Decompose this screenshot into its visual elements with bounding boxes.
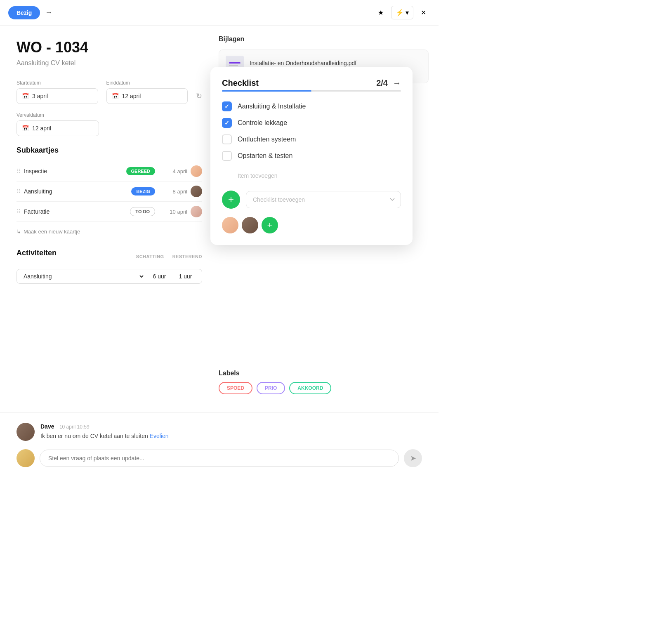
checklist-select[interactable]: Checklist toevoegen [246, 191, 401, 208]
checklist-item-label-1: Aansluiting & Installatie [238, 103, 306, 110]
star-button[interactable]: ★ [374, 6, 388, 19]
chevron-down-icon: ▾ [406, 9, 409, 16]
subcard-row-aansluiting: ⠿ Aansluiting BEZIG 8 april [17, 181, 202, 202]
badge-gereed: GEREED [126, 167, 155, 175]
checklist-overlay: Checklist 2/4 → Aansluiting & Installati… [210, 67, 413, 245]
drag-handle-icon[interactable]: ⠿ [17, 168, 21, 174]
left-panel: WO - 1034 Aansluiting CV ketel Startdatu… [0, 26, 219, 404]
comment-body: Dave 10 april 10:59 Ik ben er nu om de C… [40, 423, 169, 441]
vervaldatum-label: Vervaldatum [17, 112, 99, 118]
calendar-icon: 📅 [22, 93, 29, 99]
subcard-row-inspectie: ⠿ Inspectie GEREED 4 april [17, 161, 202, 181]
checklist-progress-bar-container [222, 90, 401, 92]
top-bar: Bezig → ★ ⚡ ▾ ✕ [0, 0, 439, 26]
top-bar-left: Bezig → [8, 6, 52, 19]
einddatum-input[interactable]: 📅 12 april [106, 88, 188, 104]
send-icon: ➤ [410, 454, 416, 463]
attachment-name: Installatie- en Onderhoudshandleiding.pd… [250, 60, 422, 66]
badge-todo: TO DO [130, 207, 155, 216]
subcard-name: Inspectie [24, 168, 123, 174]
comments-section: Dave 10 april 10:59 Ik ben er nu om de C… [0, 412, 439, 477]
resterend-value: 1 uur [174, 273, 197, 280]
wo-subtitle: Aansluiting CV ketel [17, 59, 202, 67]
wo-number: WO - 1034 [17, 39, 202, 56]
drag-handle-icon-2[interactable]: ⠿ [17, 188, 21, 195]
checklist-item-label-2: Controle lekkage [238, 119, 287, 127]
checkbox-1[interactable] [222, 101, 232, 111]
comment-text-before: Ik ben er nu om de CV ketel aan te sluit… [40, 433, 150, 439]
activiteiten-select[interactable]: Aansluiting [22, 273, 145, 280]
lightning-button[interactable]: ⚡ ▾ [391, 6, 413, 19]
labels-spacer: Labels SPOED PRIO AKKOORD [219, 370, 429, 394]
label-spoed[interactable]: SPOED [219, 382, 252, 394]
status-button[interactable]: Bezig [8, 6, 40, 19]
label-akkoord[interactable]: AKKOORD [289, 382, 331, 394]
labels-title: Labels [219, 370, 429, 377]
comment-time: 10 april 10:59 [59, 424, 90, 430]
comment-text: Ik ben er nu om de CV ketel aan te sluit… [40, 432, 169, 440]
checklist-item-label-4: Opstarten & testen [238, 152, 292, 160]
checkbox-3[interactable] [222, 134, 232, 144]
add-member-button[interactable]: + [262, 217, 278, 233]
checklist-progress-bar [222, 90, 311, 92]
activiteiten-title: Activiteiten [17, 249, 57, 257]
checkbox-2[interactable] [222, 118, 232, 128]
comment-avatar [17, 423, 35, 441]
checklist-items: Aansluiting & Installatie Controle lekka… [222, 101, 401, 179]
comment-input-avatar [17, 449, 35, 467]
schatting-label: SCHATTING [136, 254, 164, 259]
checklist-item-3: Ontluchten systeem [222, 134, 401, 144]
einddatum-label: Einddatum [106, 80, 188, 86]
refresh-button[interactable]: ↻ [196, 92, 202, 101]
schatting-value: 6 uur [148, 273, 171, 280]
label-prio[interactable]: PRIO [257, 382, 285, 394]
avatar-female-2 [191, 206, 202, 217]
comment-author: Dave [40, 423, 54, 430]
startdatum-input[interactable]: 📅 3 april [17, 88, 98, 104]
resterend-label: RESTEREND [172, 254, 202, 259]
checkbox-4[interactable] [222, 151, 232, 161]
vervaldatum-value: 12 april [32, 125, 51, 132]
right-panel: Bijlagen Installatie- en Onderhoudshandl… [219, 26, 439, 404]
subcard-row-facturatie: ⠿ Facturatie TO DO 10 april [17, 202, 202, 222]
checklist-header: Checklist 2/4 → [222, 78, 401, 88]
comment-input-row: ➤ [17, 449, 422, 467]
checklist-count: 2/4 → [376, 78, 401, 88]
comment-mention[interactable]: Evelien [150, 433, 169, 439]
close-button[interactable]: ✕ [417, 6, 430, 19]
send-button[interactable]: ➤ [404, 449, 422, 467]
drag-handle-icon-3[interactable]: ⠿ [17, 208, 21, 215]
checklist-item-2: Controle lekkage [222, 118, 401, 128]
startdatum-value: 3 april [32, 93, 48, 99]
calendar-icon-3: 📅 [22, 125, 29, 132]
bijlagen-title: Bijlagen [219, 35, 429, 43]
activiteiten-section: Activiteiten SCHATTING RESTEREND Aanslui… [17, 249, 202, 284]
vervaldatum-row: Vervaldatum 📅 12 april [17, 112, 202, 136]
return-icon: ↳ [17, 228, 21, 235]
forward-arrow-button[interactable]: → [45, 8, 52, 17]
subcard-date: 4 april [158, 168, 187, 174]
new-card-link[interactable]: ↳ Maak een nieuw kaartje [17, 226, 202, 237]
subcard-name-3: Facturatie [24, 208, 127, 215]
vervaldatum-input[interactable]: 📅 12 april [17, 120, 99, 136]
pdf-line-purple [229, 62, 241, 64]
top-bar-right: ★ ⚡ ▾ ✕ [374, 6, 430, 19]
subcard-date-2: 8 april [158, 188, 187, 195]
checklist-nav-arrow[interactable]: → [393, 78, 401, 88]
lightning-icon: ⚡ [396, 9, 404, 16]
subcard-date-3: 10 april [158, 209, 187, 215]
checklist-item-4: Opstarten & testen [222, 151, 401, 161]
checklist-add-item[interactable]: Item toevoegen [222, 172, 401, 179]
checklist-title: Checklist [222, 78, 259, 88]
comment-input[interactable] [40, 450, 399, 467]
checklist-item-label-3: Ontluchten systeem [238, 136, 296, 143]
member-avatar-2 [242, 217, 258, 233]
member-avatar-1 [222, 217, 238, 233]
startdatum-label: Startdatum [17, 80, 98, 86]
subkaartjes-title: Subkaartjes [17, 146, 202, 155]
add-checklist-button[interactable]: + [222, 191, 240, 209]
avatar-female [191, 165, 202, 177]
startdatum-field: Startdatum 📅 3 april [17, 80, 98, 104]
activiteiten-labels: SCHATTING RESTEREND [136, 254, 202, 259]
labels-row: SPOED PRIO AKKOORD [219, 382, 429, 394]
